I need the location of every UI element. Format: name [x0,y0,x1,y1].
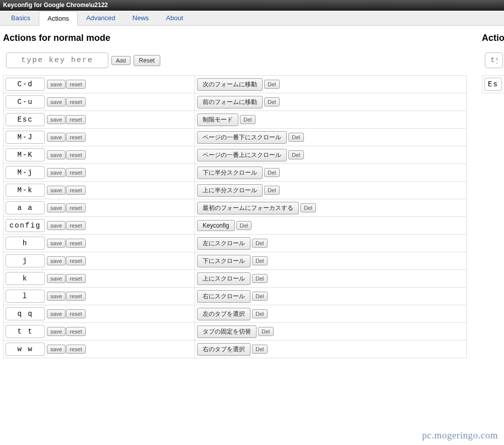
action-button[interactable]: 次のフォームに移動 [197,78,263,91]
tab-news[interactable]: News [124,11,158,25]
table-row: M-ksavereset上に半分スクロールDel [4,182,467,199]
action-cell: 制限モードDel [195,111,467,129]
reset-button[interactable]: reset [66,327,85,336]
reset-button[interactable]: reset [66,203,85,212]
key-display[interactable]: j [6,254,45,267]
reset-button[interactable]: reset [66,292,85,301]
reset-button[interactable]: reset [66,115,85,124]
save-button[interactable]: save [47,186,66,195]
table-row: M-Jsaveresetページの一番下にスクロールDel [4,129,467,146]
action-button[interactable]: 上にスクロール [197,272,250,285]
del-button[interactable]: Del [288,133,304,142]
del-button[interactable]: Del [252,309,268,318]
action-button[interactable]: 前のフォームに移動 [197,96,263,108]
action-button[interactable]: ページの一番上にスクロール [197,149,287,161]
key-display[interactable]: w w [6,343,45,356]
action-button[interactable]: ページの一番下にスクロール [197,131,287,144]
del-button[interactable]: Del [288,150,304,159]
del-button[interactable]: Del [264,97,280,106]
reset-button[interactable]: reset [66,345,85,354]
reset-button[interactable]: reset [66,97,85,106]
reset-all-button[interactable]: Reset [134,55,160,66]
del-button[interactable]: Del [236,221,252,230]
del-button[interactable]: Del [252,292,268,301]
del-button[interactable]: Del [252,239,268,248]
save-button[interactable]: save [47,309,66,318]
save-button[interactable]: save [47,115,66,124]
key-display[interactable]: C-u [6,95,45,108]
del-button[interactable]: Del [264,168,280,177]
key-display[interactable]: M-j [6,166,45,179]
save-button[interactable]: save [47,221,66,230]
key-cell: M-Jsavereset [4,129,195,146]
key-display-right[interactable]: Es [484,78,502,91]
del-button[interactable]: Del [252,274,268,283]
key-display[interactable]: l [6,290,45,303]
action-cell: 左のタブを選択Del [195,305,467,323]
key-display[interactable]: q q [6,307,45,320]
key-input[interactable] [6,52,108,68]
key-cell: M-jsavereset [4,164,195,182]
reset-button[interactable]: reset [66,168,85,177]
del-button[interactable]: Del [300,203,316,212]
action-button[interactable]: 右にスクロール [197,290,250,303]
tab-advanced[interactable]: Advanced [78,11,124,25]
save-button[interactable]: save [47,203,66,212]
action-button[interactable]: Keyconfig [197,220,235,231]
reset-button[interactable]: reset [66,80,85,89]
reset-button[interactable]: reset [66,133,85,142]
reset-button[interactable]: reset [66,221,85,230]
action-button[interactable]: 最初のフォームにフォーカスする [197,202,299,214]
save-button[interactable]: save [47,239,66,248]
key-display[interactable]: M-J [6,131,45,144]
save-button[interactable]: save [47,345,66,354]
del-button[interactable]: Del [252,256,268,265]
action-button[interactable]: 上に半分スクロール [197,184,263,197]
add-key-row-right [485,52,503,68]
del-button[interactable]: Del [264,186,280,195]
key-display[interactable]: M-K [6,148,45,161]
del-button[interactable]: Del [240,115,256,124]
action-button[interactable]: 左にスクロール [197,237,250,250]
table-row: jsavereset下にスクロールDel [4,252,467,270]
save-button[interactable]: save [47,327,66,336]
action-button[interactable]: 下に半分スクロール [197,166,263,179]
reset-button[interactable]: reset [66,150,85,159]
tab-about[interactable]: About [157,11,192,25]
save-button[interactable]: save [47,97,66,106]
save-button[interactable]: save [47,150,66,159]
action-button[interactable]: 左のタブを選択 [197,308,250,320]
save-button[interactable]: save [47,274,66,283]
add-button[interactable]: Add [111,56,131,65]
reset-button[interactable]: reset [66,186,85,195]
key-display[interactable]: h [6,237,45,250]
key-display[interactable]: Esc [6,113,45,126]
key-display[interactable]: config [6,219,45,232]
tab-basics[interactable]: Basics [3,11,39,25]
reset-button[interactable]: reset [66,256,85,265]
key-display[interactable]: M-k [6,184,45,197]
key-input-right[interactable] [485,52,503,68]
key-display[interactable]: t t [6,325,45,338]
action-button[interactable]: 右のタブを選択 [197,343,250,356]
del-button[interactable]: Del [258,327,274,336]
key-display[interactable]: a a [6,201,45,214]
reset-button[interactable]: reset [66,309,85,318]
reset-button[interactable]: reset [66,274,85,283]
del-button[interactable]: Del [252,345,268,354]
action-button[interactable]: タブの固定を切替 [197,325,257,338]
key-display[interactable]: C-d [6,78,45,91]
save-button[interactable]: save [47,133,66,142]
key-cell: M-Ksavereset [4,146,195,164]
action-cell: タブの固定を切替Del [195,323,467,341]
action-button[interactable]: 下にスクロール [197,255,250,267]
save-button[interactable]: save [47,256,66,265]
save-button[interactable]: save [47,292,66,301]
save-button[interactable]: save [47,168,66,177]
reset-button[interactable]: reset [66,239,85,248]
key-display[interactable]: k [6,272,45,285]
tab-actions[interactable]: Actions [39,11,78,26]
del-button[interactable]: Del [264,80,280,89]
save-button[interactable]: save [47,80,66,89]
action-button[interactable]: 制限モード [197,114,238,126]
